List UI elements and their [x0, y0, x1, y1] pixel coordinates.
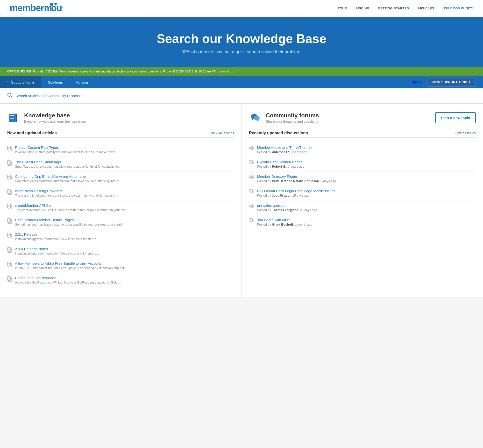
svg-rect-69 [251, 220, 253, 222]
sub-nav-support-home[interactable]: ⌂ Support Home [0, 76, 41, 88]
nav-tour[interactable]: TOUR [338, 7, 347, 10]
svg-rect-11 [10, 118, 14, 119]
svg-rect-57 [251, 176, 253, 178]
nav-getting-started[interactable]: GETTING STARTED [378, 7, 409, 10]
article-doc-icon [7, 247, 12, 254]
article-description: There are a lot of web hosts out there, … [15, 194, 118, 197]
topic-item: Divi Layout Pack Login Core Page Mobile … [249, 186, 476, 200]
office-hours-label: OFFICE HOURS [7, 70, 31, 73]
article-doc-icon [7, 233, 12, 239]
start-new-topic-button[interactable]: Start a new topic [435, 112, 476, 123]
topic-chat-icon [249, 204, 254, 209]
sub-nav-solutions-label: Solutions [48, 80, 63, 84]
article-title-link[interactable]: 2.3.0 Release Notes [15, 247, 99, 251]
search-bar-container [0, 88, 483, 104]
article-title-link[interactable]: 2.3.1 Release [15, 232, 99, 236]
svg-rect-65 [251, 205, 253, 207]
article-item: The 6 Most Used SmartTags SmartTags are … [7, 157, 234, 171]
topic-poster: Patti Hart and Natalia Robinson [272, 179, 319, 183]
svg-rect-13 [8, 146, 10, 150]
view-all-topics-link[interactable]: View all topics [454, 131, 476, 135]
office-hours-banner: OFFICE HOURS Founder/CEO Eric Turnnessen… [0, 67, 483, 76]
sub-nav-right: Login NEW SUPPORT TICKET [413, 78, 483, 87]
topic-chat-icon [249, 189, 254, 195]
search-icon [7, 93, 13, 99]
svg-rect-49 [251, 147, 253, 149]
topic-title-link[interactable]: Divi Layout Pack Login Core Page Mobile … [257, 189, 335, 193]
top-navigation: member m ouse TOUR PRICING GETTING START… [0, 0, 483, 17]
svg-rect-40 [8, 277, 10, 280]
topic-content: pre sales question Posted by Thomas Forg… [257, 203, 317, 212]
new-support-ticket-button[interactable]: NEW SUPPORT TICKET [427, 78, 476, 87]
article-description: Sometimes you may have customer data spe… [15, 223, 125, 226]
topic-title-link[interactable]: MemberMouse and ThriveThemes [257, 145, 313, 150]
svg-rect-31 [8, 233, 10, 237]
article-description: Activate the GetResponse API Log into yo… [15, 281, 121, 284]
sub-navigation: ⌂ Support Home Solutions Forums Login NE… [0, 76, 483, 88]
sub-nav-solutions[interactable]: Solutions [41, 76, 70, 88]
office-hours-link[interactable]: Learn More! [217, 70, 235, 73]
article-title-link[interactable]: The 6 Most Used SmartTags [15, 160, 121, 164]
topic-chat-icon [249, 160, 254, 166]
svg-point-45 [254, 116, 260, 120]
articles-header-title: New and updated articles [7, 131, 57, 136]
hero-section: Search our Knowledge Base 90% of our use… [0, 17, 483, 67]
svg-rect-28 [8, 219, 10, 223]
community-forums-subtitle: Share your thoughts and questions [266, 120, 319, 123]
nav-links: TOUR PRICING GETTING STARTED ARTICLES US… [338, 7, 473, 10]
topic-title-link[interactable]: Explain User Defined Pages [257, 160, 305, 164]
article-title-link[interactable]: Protect Custom Post Types [15, 145, 118, 150]
sub-nav-forums[interactable]: Forums [70, 76, 95, 88]
topic-poster: Grant Boshoff [272, 223, 293, 226]
svg-rect-9 [10, 115, 15, 116]
article-item: Configuring GetResponse Activate the Get… [7, 273, 234, 288]
nav-pricing[interactable]: PRICING [355, 7, 370, 10]
topic-meta: Posted by Patti Hart and Natalia Robinso… [257, 179, 336, 183]
topic-meta: Posted by Alderson17, 2 years ago [257, 150, 313, 154]
article-content: WordPress Hosting Providers There are a … [15, 189, 118, 197]
logo[interactable]: member m ouse [10, 2, 63, 15]
topic-title-link[interactable]: pre sales question [257, 203, 317, 208]
svg-text:ouse: ouse [51, 3, 63, 13]
topic-content: Job Board with MM? Posted by Grant Bosho… [257, 218, 312, 226]
article-doc-icon [7, 262, 12, 268]
article-content: Configuring Drip Email Marketing Automat… [15, 174, 121, 183]
article-title-link[interactable]: Configuring Drip Email Marketing Automat… [15, 174, 121, 178]
article-title-link[interactable]: Configuring GetResponse [15, 276, 121, 280]
topic-item: Member Directory Plugin Posted by Patti … [249, 171, 476, 186]
nav-user-community[interactable]: USER COMMUNITY [443, 7, 473, 10]
knowledge-base-icon [7, 111, 20, 124]
topic-poster: Robert G. [272, 165, 286, 168]
article-item: WordPress Hosting Providers There are a … [7, 186, 234, 200]
article-item: Configuring Drip Email Marketing Automat… [7, 171, 234, 186]
topic-meta: Posted by Judd Frazier, 15 days ago [257, 194, 335, 197]
article-content: User Defined Member Details Pages Someti… [15, 218, 125, 226]
article-content: createMember API Call The createMember A… [15, 203, 128, 212]
article-content: Allow Members to Add a Free Bundle to th… [15, 261, 127, 270]
topic-chat-icon [249, 146, 254, 152]
article-content: The 6 Most Used SmartTags SmartTags are … [15, 160, 121, 168]
knowledge-base-title-block: Knowledge base Explore how-to's and lear… [24, 112, 86, 123]
topic-meta: Posted by Thomas Forgione, 25 days ago [257, 208, 317, 212]
topic-title-link[interactable]: Job Board with MM? [257, 218, 312, 222]
article-description: The createMember API call is used to cre… [15, 208, 128, 212]
article-content: 2.3.1 Release Installation/Upgrade Infor… [15, 232, 99, 241]
sub-nav-support-home-label: Support Home [11, 80, 34, 84]
svg-rect-10 [10, 117, 14, 117]
article-title-link[interactable]: User Defined Member Details Pages [15, 218, 125, 222]
login-link[interactable]: Login [413, 80, 422, 84]
article-title-link[interactable]: Allow Members to Add a Free Bundle to th… [15, 261, 127, 265]
topic-item: MemberMouse and ThriveThemes Posted by A… [249, 143, 476, 157]
svg-rect-34 [8, 248, 10, 251]
article-title-link[interactable]: createMember API Call [15, 203, 128, 208]
article-description: Installation/Upgrade Information View th… [15, 237, 99, 241]
search-input[interactable] [16, 94, 476, 98]
nav-articles[interactable]: ARTICLES [418, 7, 434, 10]
topic-content: Member Directory Plugin Posted by Patti … [257, 174, 336, 183]
article-content: Protect Custom Post Types If you're usin… [15, 145, 118, 154]
topic-title-link[interactable]: Member Directory Plugin [257, 174, 336, 178]
topic-chat-icon [249, 218, 254, 224]
view-all-articles-link[interactable]: View all articles [211, 131, 234, 135]
community-forums-title: Community forums [266, 112, 319, 119]
article-title-link[interactable]: WordPress Hosting Providers [15, 189, 118, 193]
